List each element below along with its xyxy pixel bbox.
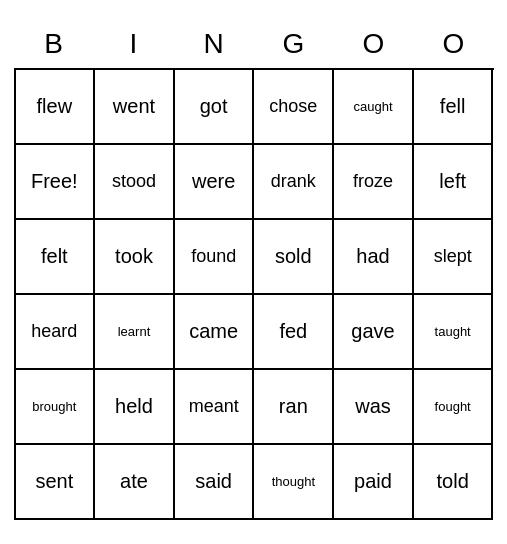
bingo-cell-1-1[interactable]: stood xyxy=(95,145,175,220)
cell-text-4-2: meant xyxy=(189,396,239,417)
cell-text-5-2: said xyxy=(195,470,232,493)
bingo-cell-0-3[interactable]: chose xyxy=(254,70,334,145)
header-letter-o-5: O xyxy=(414,24,494,64)
bingo-cell-1-2[interactable]: were xyxy=(175,145,255,220)
bingo-cell-2-2[interactable]: found xyxy=(175,220,255,295)
bingo-cell-1-3[interactable]: drank xyxy=(254,145,334,220)
cell-text-5-1: ate xyxy=(120,470,148,493)
cell-text-5-3: thought xyxy=(272,474,315,489)
cell-text-1-4: froze xyxy=(353,171,393,192)
bingo-cell-5-0[interactable]: sent xyxy=(16,445,96,520)
bingo-cell-2-0[interactable]: felt xyxy=(16,220,96,295)
bingo-cell-1-5[interactable]: left xyxy=(414,145,494,220)
cell-text-0-3: chose xyxy=(269,96,317,117)
bingo-cell-4-4[interactable]: was xyxy=(334,370,414,445)
cell-text-1-5: left xyxy=(439,170,466,193)
cell-text-4-5: fought xyxy=(435,399,471,414)
bingo-cell-4-1[interactable]: held xyxy=(95,370,175,445)
cell-text-4-0: brought xyxy=(32,399,76,414)
bingo-cell-2-4[interactable]: had xyxy=(334,220,414,295)
bingo-cell-0-2[interactable]: got xyxy=(175,70,255,145)
bingo-cell-4-0[interactable]: brought xyxy=(16,370,96,445)
bingo-cell-0-5[interactable]: fell xyxy=(414,70,494,145)
bingo-cell-3-0[interactable]: heard xyxy=(16,295,96,370)
bingo-cell-2-5[interactable]: slept xyxy=(414,220,494,295)
bingo-cell-5-3[interactable]: thought xyxy=(254,445,334,520)
cell-text-3-5: taught xyxy=(435,324,471,339)
bingo-cell-1-4[interactable]: froze xyxy=(334,145,414,220)
cell-text-3-2: came xyxy=(189,320,238,343)
cell-text-3-3: fed xyxy=(279,320,307,343)
header-letter-n-2: N xyxy=(174,24,254,64)
cell-text-2-4: had xyxy=(356,245,389,268)
cell-text-0-5: fell xyxy=(440,95,466,118)
bingo-cell-5-2[interactable]: said xyxy=(175,445,255,520)
cell-text-4-4: was xyxy=(355,395,391,418)
bingo-cell-3-5[interactable]: taught xyxy=(414,295,494,370)
header-letter-i-1: I xyxy=(94,24,174,64)
cell-text-4-1: held xyxy=(115,395,153,418)
cell-text-0-1: went xyxy=(113,95,155,118)
cell-text-0-4: caught xyxy=(353,99,392,114)
bingo-cell-0-4[interactable]: caught xyxy=(334,70,414,145)
cell-text-4-3: ran xyxy=(279,395,308,418)
cell-text-2-0: felt xyxy=(41,245,68,268)
bingo-cell-4-2[interactable]: meant xyxy=(175,370,255,445)
bingo-cell-0-0[interactable]: flew xyxy=(16,70,96,145)
cell-text-2-3: sold xyxy=(275,245,312,268)
bingo-cell-0-1[interactable]: went xyxy=(95,70,175,145)
cell-text-5-4: paid xyxy=(354,470,392,493)
bingo-cell-2-3[interactable]: sold xyxy=(254,220,334,295)
bingo-header: BINGOO xyxy=(14,24,494,64)
bingo-cell-4-5[interactable]: fought xyxy=(414,370,494,445)
cell-text-2-5: slept xyxy=(434,246,472,267)
bingo-cell-4-3[interactable]: ran xyxy=(254,370,334,445)
cell-text-0-2: got xyxy=(200,95,228,118)
cell-text-1-3: drank xyxy=(271,171,316,192)
bingo-cell-2-1[interactable]: took xyxy=(95,220,175,295)
cell-text-1-1: stood xyxy=(112,171,156,192)
bingo-cell-3-4[interactable]: gave xyxy=(334,295,414,370)
header-letter-g-3: G xyxy=(254,24,334,64)
header-letter-b-0: B xyxy=(14,24,94,64)
bingo-cell-5-5[interactable]: told xyxy=(414,445,494,520)
cell-text-0-0: flew xyxy=(37,95,73,118)
bingo-cell-5-1[interactable]: ate xyxy=(95,445,175,520)
cell-text-3-0: heard xyxy=(31,321,77,342)
cell-text-2-1: took xyxy=(115,245,153,268)
bingo-card: BINGOO flewwentgotchosecaughtfellFree!st… xyxy=(4,14,504,530)
cell-text-2-2: found xyxy=(191,246,236,267)
cell-text-1-0: Free! xyxy=(31,170,78,193)
cell-text-1-2: were xyxy=(192,170,235,193)
bingo-cell-3-1[interactable]: learnt xyxy=(95,295,175,370)
bingo-cell-3-3[interactable]: fed xyxy=(254,295,334,370)
cell-text-5-5: told xyxy=(437,470,469,493)
bingo-cell-1-0[interactable]: Free! xyxy=(16,145,96,220)
bingo-cell-5-4[interactable]: paid xyxy=(334,445,414,520)
cell-text-3-4: gave xyxy=(351,320,394,343)
bingo-cell-3-2[interactable]: came xyxy=(175,295,255,370)
cell-text-3-1: learnt xyxy=(118,324,151,339)
bingo-grid: flewwentgotchosecaughtfellFree!stoodwere… xyxy=(14,68,494,520)
header-letter-o-4: O xyxy=(334,24,414,64)
cell-text-5-0: sent xyxy=(35,470,73,493)
